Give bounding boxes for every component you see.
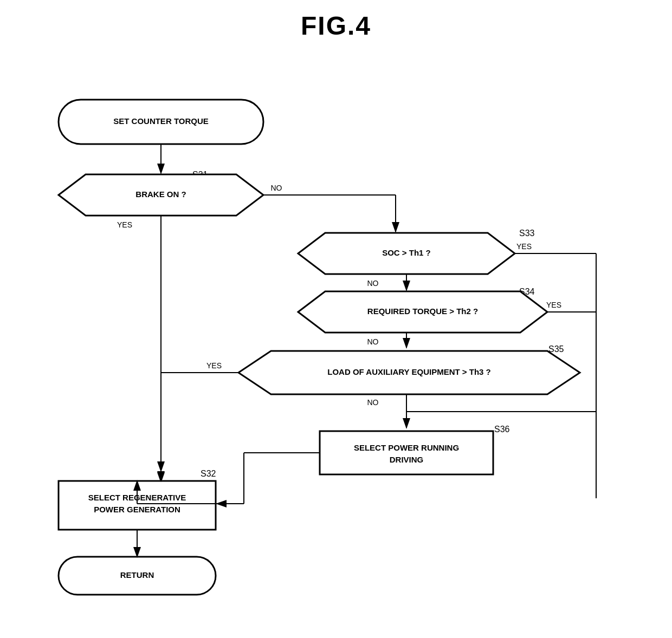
s35-label: LOAD OF AUXILIARY EQUIPMENT > Th3 ? xyxy=(327,367,491,376)
page-title: FIG.4 xyxy=(0,0,672,41)
s33-step-label: S33 xyxy=(519,229,535,238)
s36-step-label: S36 xyxy=(494,425,510,434)
diagram-container: SET COUNTER TORQUE S31 BRAKE ON ? YES NO… xyxy=(0,43,672,638)
s36-label1: SELECT POWER RUNNING xyxy=(354,443,459,452)
s33-no-label: NO xyxy=(367,279,379,288)
s34-no-label: NO xyxy=(367,337,379,346)
s32-step-label: S32 xyxy=(201,469,216,478)
s34-label: REQUIRED TORQUE > Th2 ? xyxy=(367,307,478,316)
s31-no-label: NO xyxy=(271,184,282,192)
s33-label: SOC > Th1 ? xyxy=(382,248,431,257)
s35-yes-label: YES xyxy=(206,361,222,370)
s36-label2: DRIVING xyxy=(390,455,424,464)
s35-no-label: NO xyxy=(367,398,379,407)
s34-yes-label: YES xyxy=(546,301,561,309)
s31-label: BRAKE ON ? xyxy=(135,190,186,199)
start-label: SET COUNTER TORQUE xyxy=(113,116,209,126)
s32-label2: POWER GENERATION xyxy=(94,505,180,514)
end-label: RETURN xyxy=(120,570,154,580)
s33-yes-label: YES xyxy=(516,242,532,251)
svg-rect-22 xyxy=(320,431,493,474)
s31-yes-label: YES xyxy=(117,220,132,229)
